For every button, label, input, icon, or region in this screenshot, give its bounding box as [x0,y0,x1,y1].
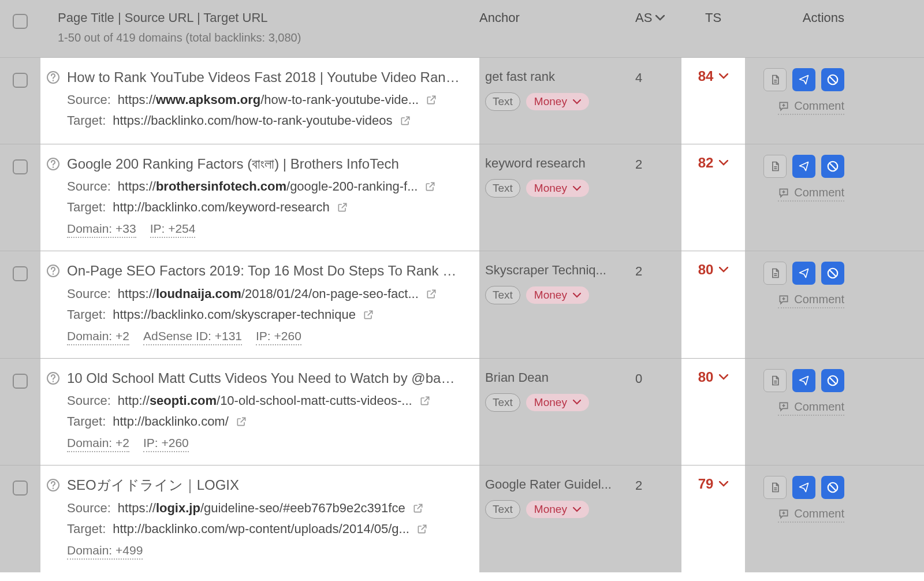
badge-text[interactable]: Text [485,393,520,412]
ts-dropdown[interactable]: 80 [698,262,729,278]
select-all-checkbox[interactable] [13,14,28,29]
svg-point-4 [53,166,54,167]
external-link-icon[interactable] [426,94,437,106]
target-url[interactable]: http://backlinko.com/wp-content/uploads/… [113,522,409,537]
send-button[interactable] [792,155,815,178]
source-url[interactable]: https://logix.jp/guideline-seo/#eeb767b9… [118,501,405,516]
help-icon[interactable] [46,264,60,278]
ts-dropdown[interactable]: 84 [698,68,729,84]
external-link-icon[interactable] [363,309,374,321]
send-button[interactable] [792,68,815,91]
page-title[interactable]: SEOガイドライン｜LOGIX [67,476,239,494]
svg-point-10 [53,381,54,382]
cell-page: 10 Old School Matt Cutts Videos You Need… [40,359,479,465]
meta-item[interactable]: Domain: +2 [67,329,129,345]
help-icon[interactable] [46,478,60,492]
page-title[interactable]: Google 200 Ranking Factors (বাংলা) | Bro… [67,155,399,173]
svg-point-1 [53,80,54,81]
external-link-icon[interactable] [426,288,437,300]
badge-money[interactable]: Money [526,93,589,110]
export-button[interactable] [763,369,787,392]
external-link-icon[interactable] [236,416,247,427]
help-icon[interactable] [46,70,60,84]
row-checkbox[interactable] [13,481,28,496]
export-button[interactable] [763,155,787,178]
meta-item[interactable]: Domain: +2 [67,436,129,452]
badge-text[interactable]: Text [485,286,520,304]
external-link-icon[interactable] [412,502,424,514]
badge-money-label: Money [534,289,567,301]
page-title[interactable]: 10 Old School Matt Cutts Videos You Need… [67,369,460,388]
meta-item[interactable]: IP: +260 [256,329,301,345]
disavow-button[interactable] [821,68,844,91]
disavow-button[interactable] [821,155,844,178]
comment-label: Comment [794,507,844,520]
cell-page: SEOガイドライン｜LOGIX Source: https://logix.jp… [40,465,479,572]
chevron-down-icon [573,293,581,298]
table-row: Google 200 Ranking Factors (বাংলা) | Bro… [0,144,924,251]
badge-money[interactable]: Money [526,394,589,411]
comment-button[interactable]: Comment [778,186,844,202]
col-as-sort[interactable]: AS [635,10,681,25]
comment-button[interactable]: Comment [778,400,844,416]
export-button[interactable] [763,68,787,91]
badge-money-label: Money [534,95,567,108]
help-icon[interactable] [46,157,60,171]
badge-text[interactable]: Text [485,500,520,519]
export-button[interactable] [763,476,787,499]
export-button[interactable] [763,262,787,285]
badge-money-label: Money [534,503,567,516]
chevron-down-icon [719,267,728,273]
cell-actions: Comment [745,58,860,144]
target-url[interactable]: http://backlinko.com/keyword-research [113,200,329,215]
badge-text[interactable]: Text [485,92,520,111]
meta-item[interactable]: AdSense ID: +131 [143,329,242,345]
target-url[interactable]: https://backlinko.com/how-to-rank-youtub… [113,113,392,128]
source-url[interactable]: http://seopti.com/10-old-school-matt-cut… [118,393,412,408]
meta-item[interactable]: IP: +254 [150,222,196,238]
external-link-icon[interactable] [419,395,431,407]
send-button[interactable] [792,262,815,285]
meta-item[interactable]: Domain: +33 [67,222,136,238]
help-icon[interactable] [46,371,60,385]
send-button[interactable] [792,369,815,392]
source-url[interactable]: https://brothersinfotech.com/google-200-… [118,179,418,194]
page-title[interactable]: On-Page SEO Factors 2019: Top 16 Most Do… [67,262,460,280]
meta-item[interactable]: IP: +260 [143,436,189,452]
meta-item[interactable]: Domain: +499 [67,543,143,560]
disavow-button[interactable] [821,262,844,285]
source-url[interactable]: https://loudnaija.com/2018/01/24/on-page… [118,286,419,301]
anchor-text: keyword research [485,156,626,171]
comment-button[interactable]: Comment [778,99,844,115]
external-link-icon[interactable] [416,523,428,535]
cell-anchor: Skyscraper Techniq... Text Money [479,251,635,357]
ts-dropdown[interactable]: 79 [698,476,729,492]
target-label: Target: [67,522,106,537]
row-checkbox[interactable] [13,374,28,389]
row-checkbox[interactable] [13,159,28,174]
badge-text[interactable]: Text [485,179,520,198]
anchor-text: Brian Dean [485,370,626,385]
badge-money[interactable]: Money [526,501,589,518]
external-link-icon[interactable] [424,181,436,192]
page-title[interactable]: How to Rank YouTube Videos Fast 2018 | Y… [67,68,460,87]
source-label: Source: [67,393,111,408]
badge-money[interactable]: Money [526,286,589,304]
disavow-button[interactable] [821,476,844,499]
row-checkbox[interactable] [13,73,28,88]
disavow-button[interactable] [821,369,844,392]
comment-button[interactable]: Comment [778,293,844,308]
ts-dropdown[interactable]: 80 [698,369,729,385]
comment-label: Comment [794,293,844,306]
row-meta: Domain: +2 IP: +260 [67,436,468,452]
source-url[interactable]: https://www.apksom.org/how-to-rank-youtu… [118,92,419,107]
target-url[interactable]: http://backlinko.com/ [113,414,229,429]
external-link-icon[interactable] [337,202,348,213]
external-link-icon[interactable] [400,115,411,126]
send-button[interactable] [792,476,815,499]
badge-money[interactable]: Money [526,180,589,197]
ts-dropdown[interactable]: 82 [698,155,729,171]
row-checkbox[interactable] [13,266,28,281]
target-url[interactable]: https://backlinko.com/skyscraper-techniq… [113,307,356,322]
comment-button[interactable]: Comment [778,507,844,523]
